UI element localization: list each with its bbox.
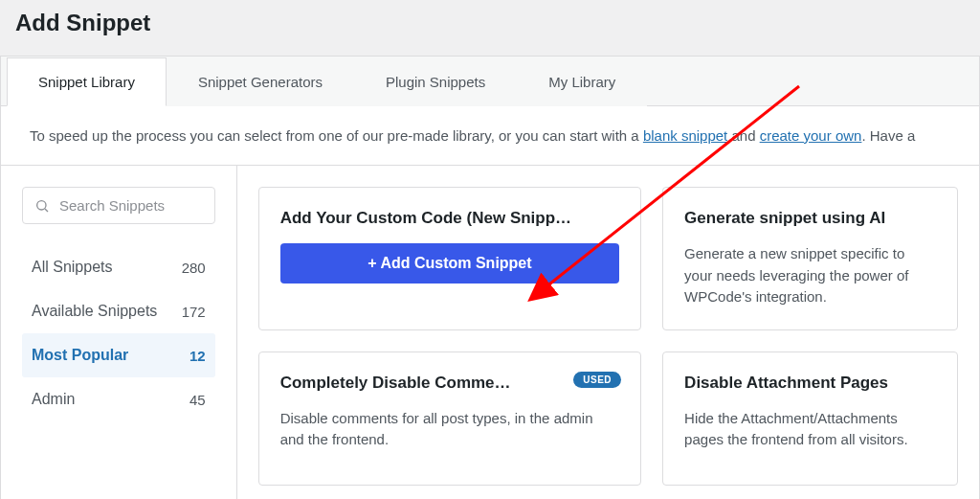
search-input[interactable] <box>59 197 203 214</box>
svg-point-0 <box>37 200 46 209</box>
intro-mid: and <box>727 127 759 144</box>
category-list: All Snippets 280 Available Snippets 172 … <box>22 245 215 421</box>
create-your-own-link[interactable]: create your own <box>760 127 862 144</box>
intro-pre: To speed up the process you can select f… <box>30 127 643 144</box>
card-title: Disable Attachment Pages <box>684 374 936 393</box>
sidebar-item-count: 45 <box>189 392 206 408</box>
tab-snippet-library[interactable]: Snippet Library <box>7 57 167 106</box>
tab-bar: Snippet Library Snippet Generators Plugi… <box>1 57 979 106</box>
card-add-custom-code: Add Your Custom Code (New Snipp… + Add C… <box>258 187 641 330</box>
sidebar-item-label: Most Popular <box>32 347 128 364</box>
sidebar-item-available-snippets[interactable]: Available Snippets 172 <box>22 289 215 333</box>
main-panel: Snippet Library Snippet Generators Plugi… <box>0 56 980 499</box>
sidebar-item-count: 12 <box>189 348 206 364</box>
card-disable-attachment: Disable Attachment Pages Hide the Attach… <box>662 352 958 486</box>
sidebar-item-label: Admin <box>32 391 75 408</box>
sidebar-item-label: Available Snippets <box>32 303 157 320</box>
card-title: Completely Disable Comme… <box>280 374 619 393</box>
card-description: Hide the Attachment/Attachments pages th… <box>684 408 936 451</box>
content-area: All Snippets 280 Available Snippets 172 … <box>1 166 979 499</box>
add-custom-snippet-button[interactable]: + Add Custom Snippet <box>280 243 619 284</box>
tab-my-library[interactable]: My Library <box>517 57 647 106</box>
used-badge: USED <box>573 372 621 388</box>
sidebar-item-most-popular[interactable]: Most Popular 12 <box>22 333 215 377</box>
sidebar-item-label: All Snippets <box>32 259 113 276</box>
sidebar-item-count: 172 <box>182 304 206 320</box>
intro-post: . Have a <box>861 127 915 144</box>
search-wrap[interactable] <box>22 187 215 224</box>
card-title: Generate snippet using AI <box>684 209 936 228</box>
svg-line-1 <box>45 209 48 212</box>
sidebar-item-count: 280 <box>182 260 206 276</box>
card-description: Disable comments for all post types, in … <box>280 408 619 451</box>
tab-plugin-snippets[interactable]: Plugin Snippets <box>354 57 517 106</box>
search-icon <box>34 198 50 214</box>
sidebar-item-all-snippets[interactable]: All Snippets 280 <box>22 245 215 289</box>
blank-snippet-link[interactable]: blank snippet <box>643 127 727 144</box>
card-generate-ai: Generate snippet using AI Generate a new… <box>662 187 958 330</box>
sidebar-item-admin[interactable]: Admin 45 <box>22 377 215 421</box>
card-title: Add Your Custom Code (New Snipp… <box>280 209 619 228</box>
cards-grid: Add Your Custom Code (New Snipp… + Add C… <box>237 166 979 499</box>
card-disable-comments: USED Completely Disable Comme… Disable c… <box>258 352 641 486</box>
sidebar: All Snippets 280 Available Snippets 172 … <box>1 166 237 499</box>
tab-snippet-generators[interactable]: Snippet Generators <box>167 57 354 106</box>
card-description: Generate a new snippet specific to your … <box>684 243 936 308</box>
intro-text: To speed up the process you can select f… <box>1 106 979 166</box>
page-title: Add Snippet <box>0 0 980 56</box>
